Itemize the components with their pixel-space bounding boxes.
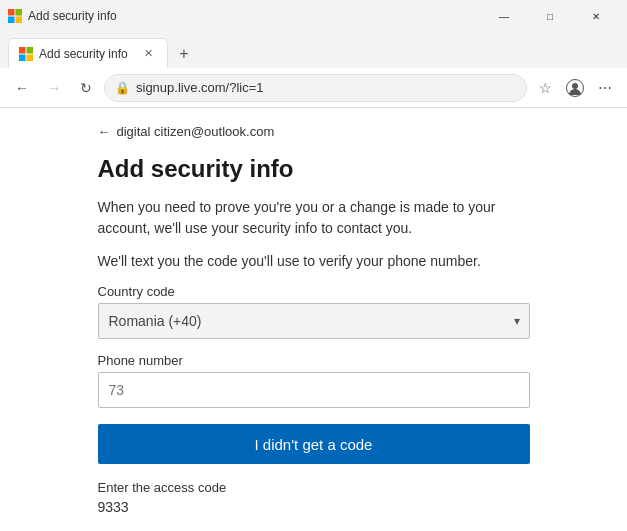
refresh-button[interactable]: ↻ — [72, 74, 100, 102]
window-title: Add security info — [28, 9, 117, 23]
phone-number-input[interactable] — [98, 372, 530, 408]
access-code-value: 9333 — [98, 499, 530, 515]
primary-button[interactable]: I didn't get a code — [98, 424, 530, 464]
address-bar: ← → ↻ 🔒 signup.live.com/?lic=1 ☆ ⋯ — [0, 68, 627, 108]
url-box[interactable]: 🔒 signup.live.com/?lic=1 — [104, 74, 527, 102]
window-titlebar: Add security info — □ ✕ — [0, 0, 627, 32]
page-content: ← digital citizen@outlook.com Add securi… — [0, 108, 627, 531]
description-2: We'll text you the code you'll use to ve… — [98, 251, 530, 272]
svg-rect-4 — [19, 47, 26, 54]
star-button[interactable]: ☆ — [531, 74, 559, 102]
new-tab-button[interactable]: + — [170, 40, 198, 68]
svg-rect-7 — [27, 54, 34, 61]
back-nav[interactable]: ← digital citizen@outlook.com — [98, 124, 530, 139]
phone-number-label: Phone number — [98, 353, 530, 368]
description-1: When you need to prove you're you or a c… — [98, 197, 530, 239]
page-title: Add security info — [98, 155, 530, 183]
svg-rect-5 — [27, 47, 34, 54]
country-code-label: Country code — [98, 284, 530, 299]
country-code-select-wrapper: Romania (+40) United States (+1) United … — [98, 303, 530, 339]
svg-rect-6 — [19, 54, 26, 61]
profile-button[interactable] — [561, 74, 589, 102]
svg-rect-3 — [16, 17, 23, 24]
svg-rect-2 — [8, 17, 15, 24]
tab-label: Add security info — [39, 47, 133, 61]
address-actions: ☆ ⋯ — [531, 74, 619, 102]
lock-icon: 🔒 — [115, 81, 130, 95]
active-tab[interactable]: Add security info ✕ — [8, 38, 168, 68]
svg-rect-0 — [8, 9, 15, 16]
tab-favicon — [19, 47, 33, 61]
close-button[interactable]: ✕ — [573, 0, 619, 32]
url-text: signup.live.com/?lic=1 — [136, 80, 264, 95]
svg-rect-1 — [16, 9, 23, 16]
tab-close-button[interactable]: ✕ — [139, 45, 157, 63]
country-code-select[interactable]: Romania (+40) United States (+1) United … — [98, 303, 530, 339]
forward-button[interactable]: → — [40, 74, 68, 102]
ms-favicon-icon — [8, 9, 22, 23]
svg-point-9 — [572, 83, 578, 89]
maximize-button[interactable]: □ — [527, 0, 573, 32]
content-inner: ← digital citizen@outlook.com Add securi… — [74, 108, 554, 531]
back-arrow-icon: ← — [98, 124, 111, 139]
menu-button[interactable]: ⋯ — [591, 74, 619, 102]
access-code-label: Enter the access code — [98, 480, 530, 495]
tab-bar: Add security info ✕ + — [0, 32, 627, 68]
back-email: digital citizen@outlook.com — [117, 124, 275, 139]
minimize-button[interactable]: — — [481, 0, 527, 32]
back-button[interactable]: ← — [8, 74, 36, 102]
